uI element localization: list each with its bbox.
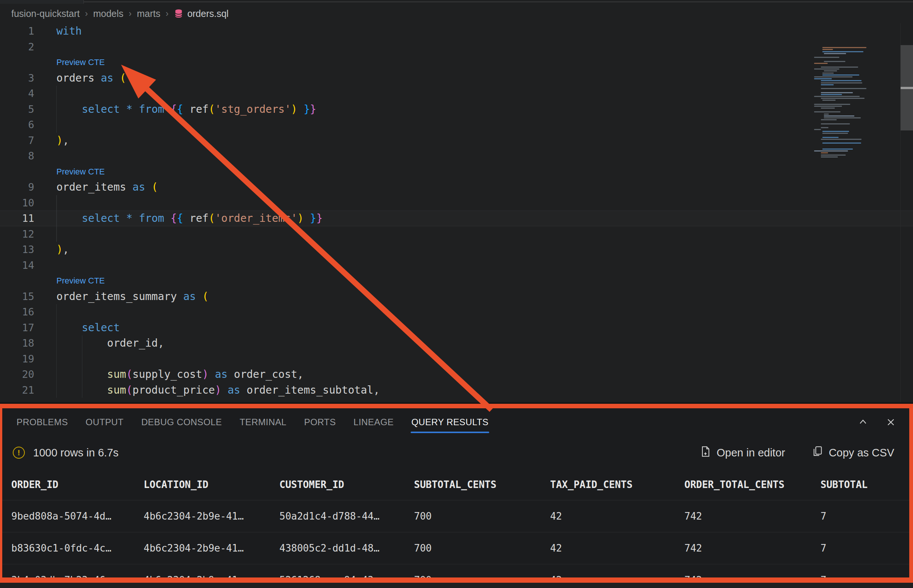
code-token bbox=[120, 103, 126, 115]
close-icon[interactable] bbox=[885, 417, 897, 428]
code-token bbox=[133, 103, 139, 115]
line-number: 7 bbox=[0, 133, 34, 149]
code-token bbox=[221, 384, 228, 396]
code-line: 21 sum(product_price) as order_items_sub… bbox=[0, 382, 913, 398]
table-cell: 4b6c2304-2b9e-41… bbox=[144, 543, 280, 554]
code-token bbox=[113, 72, 120, 84]
breadcrumb-item[interactable]: models bbox=[93, 8, 124, 19]
table-cell: b83630c1-0fdc-4c… bbox=[11, 543, 144, 554]
code-lens-preview-cte[interactable]: Preview CTE bbox=[57, 58, 105, 67]
panel-window-controls bbox=[857, 408, 897, 436]
table-cell: 7 bbox=[821, 543, 909, 554]
table-cell: 50a2d1c4-d788-44… bbox=[280, 510, 414, 522]
breadcrumb: fusion-quickstart›models›marts›orders.sq… bbox=[0, 4, 913, 23]
code-token: , bbox=[297, 368, 304, 380]
code-token: supply_cost bbox=[133, 368, 202, 380]
code-line: 12 bbox=[0, 226, 913, 242]
scrollbar-track[interactable] bbox=[900, 23, 913, 403]
table-cell: 700 bbox=[414, 543, 550, 554]
code-token: { bbox=[177, 103, 183, 115]
panel-tab-debug-console[interactable]: DEBUG CONSOLE bbox=[141, 408, 222, 436]
code-token: , bbox=[158, 337, 164, 349]
minimap[interactable] bbox=[812, 45, 900, 162]
code-token: 'stg_orders' bbox=[215, 103, 291, 115]
breadcrumb-item[interactable]: marts bbox=[137, 8, 160, 19]
panel-tab-terminal[interactable]: TERMINAL bbox=[239, 408, 286, 436]
code-token: sum bbox=[107, 368, 126, 380]
panel-tab-ports[interactable]: PORTS bbox=[304, 408, 336, 436]
code-line: 7), bbox=[0, 133, 913, 149]
table-cell: 4b6c2304-2b9e-41… bbox=[144, 510, 280, 522]
active-editor-tab-edge bbox=[0, 0, 84, 4]
table-cell: 5261268c-aa94-43 bbox=[280, 575, 414, 577]
line-number: 15 bbox=[0, 289, 34, 305]
code-line: 17 select bbox=[0, 320, 913, 336]
code-line: 4 bbox=[0, 86, 913, 102]
copy-as-csv-button[interactable]: Copy as CSV bbox=[812, 446, 894, 460]
code-token bbox=[228, 368, 234, 380]
panel-tab-problems[interactable]: PROBLEMS bbox=[16, 408, 68, 436]
table-cell: 3b4a03db-7b23-46 bbox=[11, 575, 144, 577]
code-token: ( bbox=[120, 72, 126, 84]
panel-tab-output[interactable]: OUTPUT bbox=[86, 408, 124, 436]
table-cell: 4b6c2304-2b9e-41 bbox=[144, 575, 280, 577]
code-lens-row: Preview CTE bbox=[0, 164, 913, 180]
code-lens-preview-cte[interactable]: Preview CTE bbox=[57, 276, 105, 285]
breadcrumb-file[interactable]: orders.sql bbox=[174, 8, 229, 19]
scrollbar-thumb[interactable] bbox=[901, 45, 913, 131]
panel-tab-query-results[interactable]: QUERY RESULTS bbox=[411, 408, 488, 436]
code-line: 19 bbox=[0, 351, 913, 367]
code-token bbox=[209, 368, 215, 380]
line-number: 4 bbox=[0, 86, 34, 102]
breadcrumb-item[interactable]: fusion-quickstart bbox=[11, 8, 80, 19]
code-token: as bbox=[101, 72, 113, 84]
line-number: 14 bbox=[0, 257, 34, 273]
chevron-up-icon[interactable] bbox=[857, 417, 869, 428]
code-line: 10 bbox=[0, 195, 913, 211]
code-token bbox=[164, 103, 171, 115]
code-token: product_price bbox=[133, 384, 215, 396]
table-cell: 9bed808a-5074-4d… bbox=[11, 510, 144, 522]
code-token: } bbox=[304, 103, 310, 115]
open-in-editor-button[interactable]: Open in editor bbox=[700, 446, 785, 460]
line-number: 21 bbox=[0, 382, 34, 398]
code-line: 8 bbox=[0, 148, 913, 164]
table-cell: 42 bbox=[550, 575, 684, 577]
code-token: orders bbox=[57, 72, 94, 84]
code-token: order_items_summary bbox=[57, 290, 177, 303]
code-lens-preview-cte[interactable]: Preview CTE bbox=[57, 167, 105, 176]
indent-guide bbox=[57, 86, 57, 133]
code-line: 3orders as ( bbox=[0, 70, 913, 86]
code-token: ( bbox=[209, 103, 215, 115]
code-token: ) bbox=[57, 134, 63, 147]
breadcrumb-separator: › bbox=[85, 9, 88, 19]
code-token bbox=[240, 384, 247, 396]
code-token: order_cost bbox=[234, 368, 297, 380]
code-token: } bbox=[310, 212, 316, 225]
code-line: 14 bbox=[0, 257, 913, 273]
code-token: as bbox=[228, 384, 240, 396]
code-token: ) bbox=[291, 103, 297, 115]
code-token: { bbox=[170, 103, 177, 115]
code-token: ) bbox=[215, 384, 221, 396]
code-token: order_items_subtotal bbox=[247, 384, 373, 396]
code-token: * bbox=[126, 103, 133, 115]
line-number: 9 bbox=[0, 179, 34, 195]
code-editor[interactable]: 1with2Preview CTE3orders as (45 select *… bbox=[0, 23, 913, 403]
open-in-editor-label: Open in editor bbox=[717, 447, 785, 459]
code-token: as bbox=[183, 290, 196, 303]
code-line: 1with bbox=[0, 23, 913, 39]
query-results-table[interactable]: ORDER_IDLOCATION_IDCUSTOMER_IDSUBTOTAL_C… bbox=[2, 469, 909, 577]
code-token: ref bbox=[189, 212, 209, 225]
code-line: 16 bbox=[0, 304, 913, 320]
copy-as-csv-label: Copy as CSV bbox=[829, 447, 894, 459]
line-number: 13 bbox=[0, 242, 34, 257]
code-line: 11 select * from {{ ref('order_items') }… bbox=[0, 210, 913, 226]
table-cell: 7 bbox=[821, 510, 909, 522]
line-number: 1 bbox=[0, 23, 34, 39]
vscode-window: fusion-quickstart›models›marts›orders.sq… bbox=[0, 0, 913, 588]
line-number: 10 bbox=[0, 195, 34, 211]
code-token: as bbox=[215, 368, 228, 380]
code-token bbox=[177, 290, 183, 303]
panel-tab-lineage[interactable]: LINEAGE bbox=[354, 408, 394, 436]
